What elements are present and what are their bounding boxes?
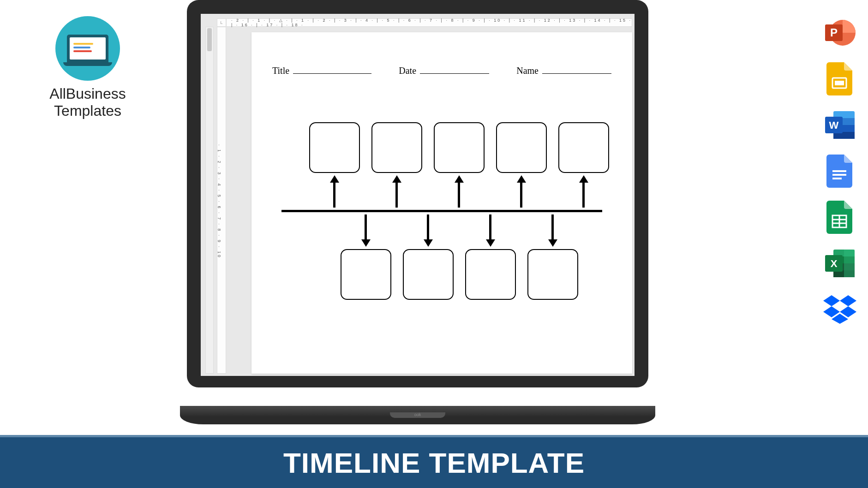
powerpoint-icon: P (823, 16, 856, 49)
svg-text:W: W (829, 119, 839, 131)
brand-name-line2: Templates (37, 102, 138, 119)
title-banner: TIMELINE TEMPLATE (0, 435, 868, 488)
timeline-box-top-2 (371, 122, 422, 173)
header-fields: Title Date Name (272, 65, 611, 76)
title-label: Title (272, 65, 289, 76)
timeline-box-bottom-1 (341, 249, 391, 300)
ruler-corner: L (217, 18, 226, 27)
horizontal-ruler: · 2 · | · 1 · | · △ · | · 1 · | · 2 · | … (226, 18, 632, 27)
name-label: Name (516, 65, 539, 76)
arrow-up-4 (520, 180, 522, 208)
title-field: Title (272, 65, 371, 76)
date-label: Date (399, 65, 416, 76)
laptop-base: ook (180, 406, 655, 424)
svg-rect-13 (832, 178, 842, 179)
date-field: Date (399, 65, 489, 76)
arrow-up-2 (395, 180, 398, 208)
date-blank-line (420, 65, 489, 74)
timeline-box-top-4 (496, 122, 547, 173)
timeline-box-top-1 (309, 122, 360, 173)
vertical-ruler: · 1 · 2 · 3 · 4 · 5 · 6 · 7 · 8 · 9 · 10 (217, 27, 226, 374)
brand-name-line1: AllBusiness (37, 85, 138, 102)
laptop-mockup: L · 2 · | · 1 · | · △ · | · 1 · | · 2 · … (180, 0, 655, 424)
timeline-box-top-5 (558, 122, 609, 173)
arrow-down-1 (365, 214, 367, 242)
brand-logo: AllBusiness Templates (37, 16, 138, 119)
arrow-down-3 (489, 214, 491, 242)
svg-rect-12 (832, 174, 846, 176)
svg-text:X: X (831, 258, 838, 269)
name-field: Name (516, 65, 611, 76)
timeline-box-bottom-3 (465, 249, 516, 300)
timeline-axis (281, 210, 602, 212)
arrow-up-5 (582, 180, 585, 208)
timeline-box-top-3 (434, 122, 485, 173)
word-icon: W (823, 108, 856, 142)
google-slides-icon (823, 62, 856, 95)
banner-title: TIMELINE TEMPLATE (283, 446, 585, 479)
timeline-diagram (281, 108, 602, 321)
arrow-down-2 (427, 214, 429, 242)
brand-logo-icon (55, 16, 120, 81)
name-blank-line (542, 65, 611, 74)
svg-rect-4 (835, 81, 844, 85)
title-blank-line (293, 65, 371, 74)
google-docs-icon (823, 155, 856, 188)
excel-icon: X (823, 247, 856, 280)
google-sheets-icon (823, 201, 856, 234)
svg-rect-11 (832, 170, 846, 172)
laptop-hinge: ook (390, 412, 445, 418)
timeline-box-bottom-4 (527, 249, 578, 300)
svg-text:P: P (830, 26, 838, 39)
format-icons-column: P W (823, 16, 856, 326)
timeline-box-bottom-2 (403, 249, 454, 300)
dropbox-icon (823, 293, 856, 326)
arrow-up-1 (333, 180, 335, 208)
svg-rect-22 (844, 250, 855, 277)
arrow-up-3 (458, 180, 460, 208)
document-page: Title Date Name (251, 32, 632, 374)
editor-screen: L · 2 · | · 1 · | · △ · | · 1 · | · 2 · … (201, 14, 635, 376)
arrow-down-4 (551, 214, 554, 242)
